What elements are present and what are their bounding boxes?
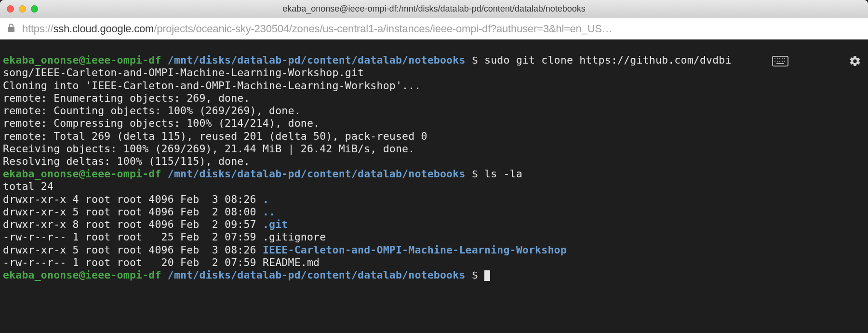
output-line: remote: Total 269 (delta 115), reused 20…	[3, 130, 427, 142]
prompt-user: ekaba_ononse@ieee-ompi-df	[3, 168, 161, 180]
prompt-user: ekaba_ononse@ieee-ompi-df	[3, 269, 161, 281]
terminal[interactable]: ekaba_ononse@ieee-ompi-df /mnt/disks/dat…	[0, 40, 868, 333]
traffic-lights	[7, 5, 38, 13]
prompt-path: /mnt/disks/datalab-pd/content/datalab/no…	[168, 168, 466, 180]
dir-link: .	[263, 193, 269, 205]
output-line: remote: Enumerating objects: 269, done.	[3, 92, 250, 104]
maximize-button[interactable]	[31, 5, 38, 13]
prompt-path: /mnt/disks/datalab-pd/content/datalab/no…	[168, 54, 466, 66]
ls-row: drwxr-xr-x 5 root root 4096 Feb 3 08:26	[3, 244, 263, 256]
ls-row: -rw-r--r-- 1 root root 20 Feb 2 07:59 RE…	[3, 256, 320, 268]
prompt-dollar: $	[472, 168, 478, 180]
keyboard-icon[interactable]	[721, 43, 788, 82]
ls-row: drwxr-xr-x 4 root root 4096 Feb 3 08:26	[3, 193, 263, 205]
address-bar[interactable]: https://ssh.cloud.google.com/projects/oc…	[0, 18, 868, 40]
prompt-path: /mnt/disks/datalab-pd/content/datalab/no…	[168, 269, 466, 281]
url-text: https://ssh.cloud.google.com/projects/oc…	[22, 23, 861, 35]
terminal-toolbar	[721, 42, 861, 83]
output-line: Receiving objects: 100% (269/269), 21.44…	[3, 143, 414, 155]
prompt-dollar: $	[472, 54, 478, 66]
ls-row: drwxr-xr-x 5 root root 4096 Feb 2 08:00	[3, 206, 263, 218]
output-line: Resolving deltas: 100% (115/115), done.	[3, 155, 250, 167]
dir-link: ..	[263, 206, 275, 218]
lock-icon	[7, 23, 15, 35]
cursor	[484, 270, 490, 281]
prompt-dollar: $	[472, 269, 478, 281]
output-line: remote: Compressing objects: 100% (214/2…	[3, 117, 320, 129]
ls-row: drwxr-xr-x 8 root root 4096 Feb 2 09:57	[3, 218, 263, 230]
window: ekaba_ononse@ieee-ompi-df:/mnt/disks/dat…	[0, 0, 868, 333]
close-button[interactable]	[7, 5, 14, 13]
command-text-wrap: song/IEEE-Carleton-and-OMPI-Machine-Lear…	[3, 67, 364, 79]
output-line: Cloning into 'IEEE-Carleton-and-OMPI-Mac…	[3, 80, 421, 92]
titlebar: ekaba_ononse@ieee-ompi-df:/mnt/disks/dat…	[0, 0, 868, 18]
window-title: ekaba_ononse@ieee-ompi-df:/mnt/disks/dat…	[6, 4, 862, 14]
prompt-user: ekaba_ononse@ieee-ompi-df	[3, 54, 161, 66]
output-line: total 24	[3, 180, 53, 192]
url-scheme: https://	[22, 23, 53, 35]
url-host: ssh.cloud.google.com	[53, 23, 154, 35]
command-text: sudo git clone https://github.com/dvdbi	[484, 54, 732, 66]
url-path: /projects/oceanic-sky-230504/zones/us-ce…	[154, 23, 612, 35]
output-line: remote: Counting objects: 100% (269/269)…	[3, 105, 301, 117]
ls-row: -rw-r--r-- 1 root root 25 Feb 2 07:59 .g…	[3, 231, 326, 243]
dir-link: IEEE-Carleton-and-OMPI-Machine-Learning-…	[263, 244, 567, 256]
gear-icon[interactable]	[798, 42, 861, 83]
command-text: ls -la	[484, 168, 522, 180]
dir-link: .git	[263, 218, 288, 230]
minimize-button[interactable]	[19, 5, 26, 13]
